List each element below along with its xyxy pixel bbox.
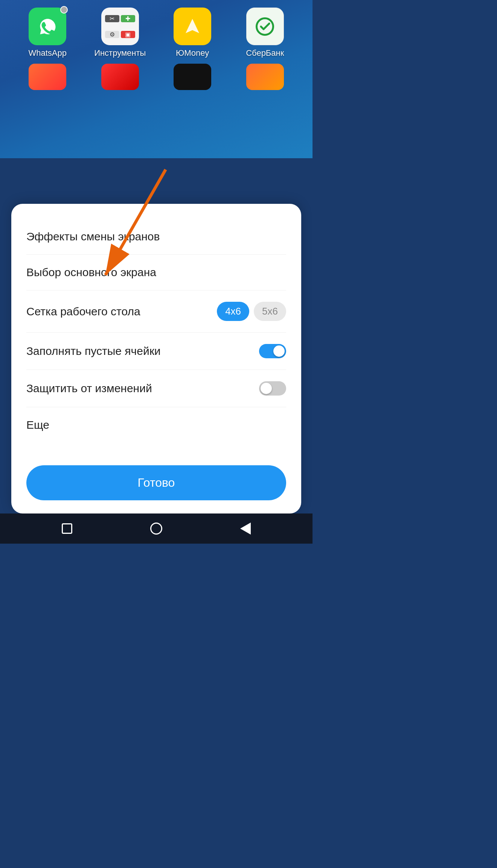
partial-app-4 (246, 64, 284, 90)
dialog-sheet: Эффекты смены экранов Выбор основного эк… (11, 204, 301, 513)
menu-item-grid[interactable]: Сетка рабочего стола 4x6 5x6 (26, 290, 286, 333)
ymoney-icon (174, 8, 211, 45)
app-item-ymoney[interactable]: ЮMoney (166, 8, 219, 58)
main-screen-label: Выбор основного экрана (26, 266, 156, 279)
tool-cell-4: ▣ (121, 31, 135, 38)
homescreen-background: WhatsApp ✂ ✚ ⚙ ▣ Инструменты (0, 0, 313, 158)
menu-item-fill-cells[interactable]: Заполнять пустые ячейки (26, 333, 286, 370)
home-button[interactable] (150, 523, 162, 535)
recent-apps-button[interactable] (62, 523, 72, 534)
whatsapp-label: WhatsApp (29, 48, 67, 58)
fill-cells-toggle-knob (273, 345, 285, 357)
menu-item-protect[interactable]: Защитить от изменений (26, 370, 286, 407)
partial-app-1 (29, 64, 66, 90)
ymoney-label: ЮMoney (176, 48, 209, 58)
recent-apps-icon (62, 523, 72, 534)
tool-cell-1: ✂ (105, 15, 119, 22)
sberbank-icon (246, 8, 284, 45)
menu-item-more[interactable]: Еще (26, 407, 286, 443)
done-button[interactable]: Готово (26, 465, 286, 500)
fill-cells-toggle[interactable] (259, 344, 286, 358)
app-icon-wrapper-tools: ✂ ✚ ⚙ ▣ (101, 8, 139, 45)
back-button[interactable] (240, 523, 251, 535)
back-icon (240, 523, 251, 535)
navigation-bar (0, 513, 313, 544)
menu-item-effects[interactable]: Эффекты смены экранов (26, 219, 286, 255)
app-row-2-partial (0, 62, 313, 92)
protect-toggle-knob (261, 383, 272, 394)
sberbank-label: СберБанк (246, 48, 284, 58)
app-row-1: WhatsApp ✂ ✚ ⚙ ▣ Инструменты (0, 4, 313, 62)
app-icon-wrapper-whatsapp (29, 8, 66, 45)
tools-label: Инструменты (94, 48, 146, 58)
whatsapp-icon (29, 8, 66, 45)
effects-label: Эффекты смены экранов (26, 230, 160, 243)
grid-option-4x6[interactable]: 4x6 (217, 302, 249, 321)
tool-cell-2: ✚ (121, 15, 135, 22)
app-icon-wrapper-sberbank (246, 8, 284, 45)
partial-app-3 (174, 64, 211, 90)
partial-app-2 (101, 64, 139, 90)
app-icon-wrapper-ymoney (174, 8, 211, 45)
app-item-whatsapp[interactable]: WhatsApp (21, 8, 74, 58)
app-item-tools[interactable]: ✂ ✚ ⚙ ▣ Инструменты (94, 8, 146, 58)
protect-label: Защитить от изменений (26, 382, 152, 395)
home-icon (150, 523, 162, 535)
protect-toggle[interactable] (259, 381, 286, 396)
fill-cells-label: Заполнять пустые ячейки (26, 345, 161, 358)
grid-option-5x6[interactable]: 5x6 (254, 302, 286, 321)
dialog-content: Эффекты смены экранов Выбор основного эк… (11, 204, 301, 458)
more-label: Еще (26, 419, 49, 431)
tools-icon: ✂ ✚ ⚙ ▣ (101, 8, 139, 45)
menu-item-main-screen[interactable]: Выбор основного экрана (26, 255, 286, 290)
notification-dot-whatsapp (60, 6, 68, 14)
app-item-sberbank[interactable]: СберБанк (239, 8, 291, 58)
grid-options: 4x6 5x6 (217, 302, 286, 321)
grid-label: Сетка рабочего стола (26, 305, 140, 318)
tool-cell-3: ⚙ (105, 31, 119, 38)
